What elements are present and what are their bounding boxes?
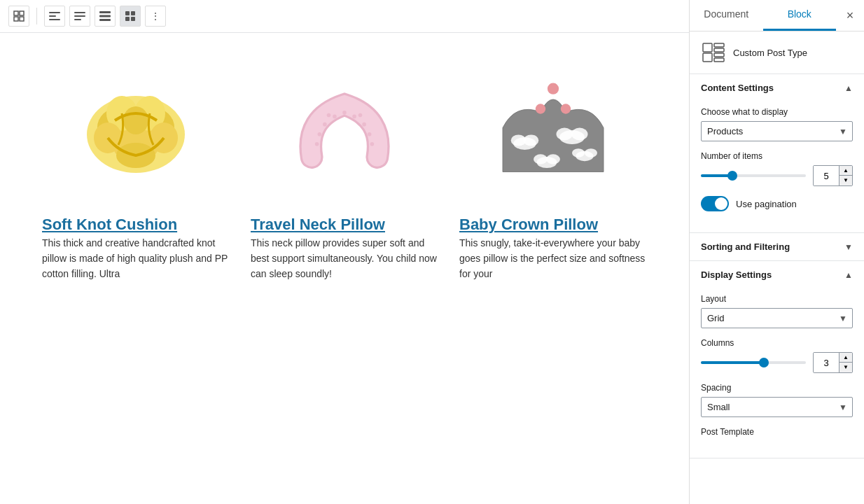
svg-point-29 [342,111,347,115]
toolbar-list-view[interactable] [95,6,116,27]
number-increment-button[interactable]: ▲ [839,166,852,176]
display-settings-content: Layout Grid ▼ Columns [690,288,864,458]
svg-rect-56 [714,48,724,52]
svg-rect-4 [49,12,60,13]
columns-slider-thumb[interactable] [759,358,769,368]
columns-spinners: ▲ ▼ [839,353,852,372]
number-spinners: ▲ ▼ [839,166,852,186]
product-title-1[interactable]: Soft Knot Cushion [42,216,177,233]
post-template-label: Post Template [701,427,853,437]
display-form-group: Choose what to display Products ▼ [701,107,853,141]
svg-point-23 [123,106,148,134]
custom-post-type-item[interactable]: Custom Post Type [690,31,864,74]
display-select-wrapper: Products ▼ [701,121,853,141]
editor-area: ⋮ [0,0,689,504]
product-image-baby-crown [459,61,647,201]
display-settings-section: Display Settings ▲ Layout Grid ▼ Colu [690,261,864,458]
svg-rect-3 [20,17,24,21]
tab-document[interactable]: Document [690,0,763,31]
sorting-section-chevron-icon: ▼ [844,242,853,252]
svg-point-37 [358,113,363,118]
close-panel-button[interactable]: × [836,0,864,31]
svg-point-52 [585,148,597,158]
content-settings-header[interactable]: Content Settings ▲ [690,74,864,102]
svg-rect-55 [714,43,724,47]
number-input-wrapper: 5 ▲ ▼ [813,165,853,186]
content-settings-content: Choose what to display Products ▼ Number… [690,102,864,232]
spacing-form-group: Spacing Small Medium Large ▼ [701,383,853,417]
pagination-label: Use pagination [736,199,797,209]
svg-point-45 [557,128,573,141]
svg-point-31 [362,122,366,127]
svg-rect-13 [125,11,130,15]
svg-point-51 [572,148,585,158]
svg-rect-7 [74,12,85,13]
columns-row: 3 ▲ ▼ [701,352,853,373]
columns-slider[interactable] [701,361,806,364]
columns-slider-fill [701,361,764,364]
product-title-2[interactable]: Travel Neck Pillow [251,216,385,233]
toolbar-align-full[interactable] [69,6,90,27]
svg-point-28 [333,115,337,119]
display-settings-header[interactable]: Display Settings ▲ [690,261,864,288]
svg-point-39 [548,83,559,94]
number-items-row: 5 ▲ ▼ [701,165,853,186]
custom-post-type-label: Custom Post Type [733,48,807,58]
svg-point-35 [370,142,375,146]
svg-rect-0 [14,11,18,15]
content-settings-section: Content Settings ▲ Choose what to displa… [690,74,864,233]
toolbar-align-left[interactable] [44,6,65,27]
display-settings-title: Display Settings [701,270,772,280]
columns-label: Columns [701,338,853,348]
number-decrement-button[interactable]: ▼ [839,176,852,186]
custom-post-type-icon [701,40,726,65]
pagination-toggle-row: Use pagination [701,196,853,211]
content-settings-title: Content Settings [701,83,774,93]
pagination-toggle[interactable] [701,196,729,211]
custom-post-type-section: Custom Post Type [690,31,864,74]
toolbar-grid-view[interactable] [120,6,141,27]
spacing-label: Spacing [701,383,853,393]
columns-input[interactable]: 3 [814,353,839,372]
toolbar-transform-button[interactable] [8,6,29,27]
columns-increment-button[interactable]: ▲ [839,353,852,363]
layout-select[interactable]: Grid [701,308,853,328]
svg-rect-54 [703,53,712,62]
svg-point-32 [318,132,322,136]
svg-point-36 [327,113,331,118]
spacing-select-wrapper: Small Medium Large ▼ [701,397,853,417]
number-items-label: Number of items [701,151,853,161]
svg-rect-15 [125,17,130,21]
number-items-slider[interactable] [701,174,806,177]
layout-select-wrapper: Grid ▼ [701,308,853,328]
svg-rect-12 [99,19,111,21]
post-template-form-group: Post Template [701,427,853,437]
svg-rect-1 [20,11,24,15]
svg-point-27 [323,122,327,127]
svg-rect-57 [714,53,724,57]
svg-point-33 [368,132,372,136]
svg-rect-2 [14,17,18,21]
product-title-3[interactable]: Baby Crown Pillow [459,216,598,233]
display-select[interactable]: Products [701,121,853,141]
svg-rect-10 [99,11,111,13]
slider-thumb[interactable] [727,171,737,181]
spacing-select[interactable]: Small Medium Large [701,397,853,417]
toggle-knob [715,197,727,210]
editor-content: Soft Knot Cushion This thick and creativ… [0,33,689,504]
product-item-3: Baby Crown Pillow This snugly, take-it-e… [459,61,647,282]
sorting-section[interactable]: Sorting and Filtering ▼ [690,233,864,261]
svg-rect-53 [703,43,712,52]
svg-rect-16 [131,17,135,21]
svg-point-34 [315,142,319,146]
svg-rect-11 [99,15,111,18]
columns-decrement-button[interactable]: ▼ [839,363,852,372]
sorting-section-title: Sorting and Filtering [701,241,790,252]
display-label: Choose what to display [701,107,853,117]
product-description-3: This snugly, take-it-everywhere your bab… [459,235,647,282]
toolbar-more-options[interactable]: ⋮ [145,6,166,27]
svg-point-40 [561,104,571,113]
tab-block[interactable]: Block [763,0,837,31]
layout-form-group: Layout Grid ▼ [701,294,853,328]
number-items-input[interactable]: 5 [814,166,839,186]
